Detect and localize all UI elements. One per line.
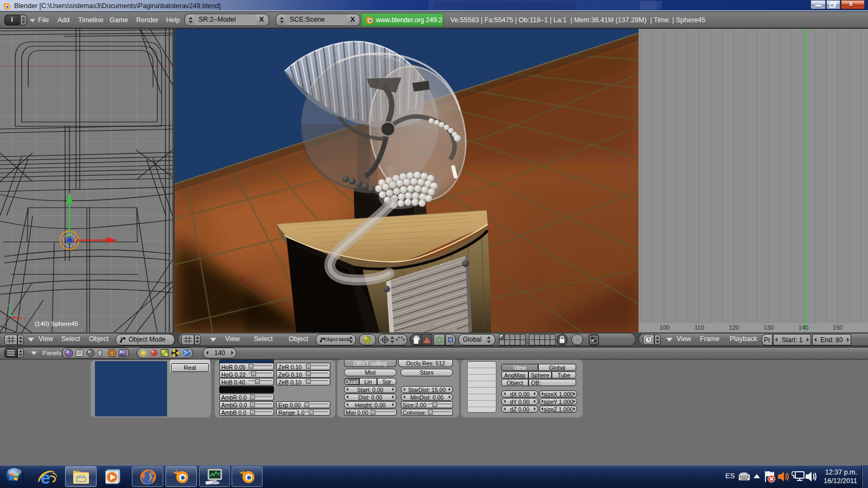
svg-text:(140) Sphere45: (140) Sphere45 xyxy=(35,320,78,327)
svg-text:100: 100 xyxy=(660,324,669,331)
svg-text:y: y xyxy=(8,301,10,307)
svg-text:130: 130 xyxy=(764,324,774,331)
svg-text:120: 120 xyxy=(729,324,739,331)
svg-text:140: 140 xyxy=(799,324,808,331)
svg-text:x: x xyxy=(24,316,27,322)
svg-text:150: 150 xyxy=(833,324,843,331)
svg-text:110: 110 xyxy=(694,324,704,331)
svg-text:e: e xyxy=(41,468,50,486)
